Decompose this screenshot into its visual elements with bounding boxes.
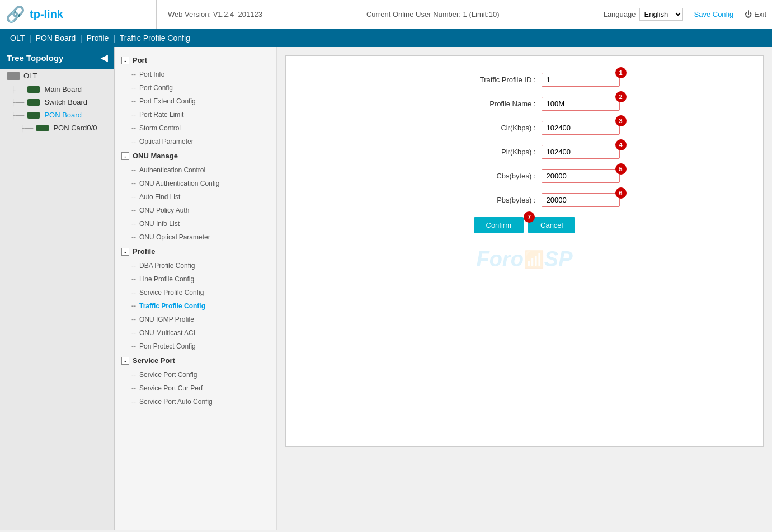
- nav-item-service-port-config[interactable]: -- Service Port Config: [115, 368, 276, 382]
- nav-prefix-onu-optical-parameter: --: [131, 233, 136, 241]
- tree-item-olt[interactable]: OLT: [0, 69, 114, 83]
- nav-item-onu-igmp-profile[interactable]: -- ONU IGMP Profile: [115, 313, 276, 326]
- input-cbs-bytes[interactable]: [542, 169, 620, 183]
- nav-section-profile: - Profile: [115, 244, 276, 259]
- nav-item-line-profile-config[interactable]: -- Line Profile Config: [115, 272, 276, 286]
- main-form-area: Foro 📶 SP Traffic Profile ID : 1 Profile…: [277, 47, 772, 530]
- nav-item-onu-authentication-config[interactable]: -- ONU Authentication Config: [115, 177, 276, 190]
- nav-prefix-dba-profile-config: --: [131, 262, 136, 270]
- field-row-pir-kbps: Pir(Kbps) : 4: [308, 145, 741, 159]
- watermark-text: Foro: [476, 247, 523, 271]
- nav-item-port-rate-limit[interactable]: -- Port Rate Limit: [115, 108, 276, 121]
- breadcrumb-pon-board: PON Board: [36, 34, 76, 43]
- tree-line-pon-board: ├──: [11, 112, 24, 119]
- online-user-count: Current Online User Number: 1 (Limit:10): [274, 10, 592, 18]
- nav-item-authentication-control[interactable]: -- Authentication Control: [115, 163, 276, 177]
- content-area: - Port -- Port Info -- Port Config -- Po…: [115, 47, 772, 530]
- button-row: Confirm 7 Cancel: [308, 217, 741, 233]
- input-wrap-traffic-profile-id: 1: [542, 73, 620, 87]
- tree-line-main-board: ├──: [11, 86, 24, 93]
- input-pbs-bytes[interactable]: [542, 193, 620, 207]
- save-config-button[interactable]: Save Config: [694, 10, 734, 18]
- nav-label-auto-find-list: Auto Find List: [139, 193, 180, 201]
- breadcrumb: OLT | PON Board | Profile | Traffic Prof…: [0, 29, 772, 47]
- onu-manage-section-toggle[interactable]: -: [121, 152, 129, 160]
- nav-label-authentication-control: Authentication Control: [139, 166, 205, 174]
- nav-item-storm-control[interactable]: -- Storm Control: [115, 121, 276, 135]
- switch-board-label: Switch Board: [44, 98, 87, 106]
- nav-label-onu-multicast-acl: ONU Multicast ACL: [139, 329, 197, 337]
- port-section-toggle[interactable]: -: [121, 57, 129, 64]
- label-pir-kbps: Pir(Kbps) :: [430, 148, 542, 156]
- nav-item-port-extend-config[interactable]: -- Port Extend Config: [115, 95, 276, 108]
- sidebar-toggle-button[interactable]: ◀: [101, 53, 107, 63]
- nav-prefix-onu-policy-auth: --: [131, 206, 136, 214]
- nav-item-onu-info-list[interactable]: -- ONU Info List: [115, 217, 276, 230]
- nav-item-port-info[interactable]: -- Port Info: [115, 68, 276, 81]
- label-cbs-bytes: Cbs(bytes) :: [430, 172, 542, 180]
- nav-item-onu-multicast-acl[interactable]: -- ONU Multicast ACL: [115, 326, 276, 340]
- nav-label-onu-optical-parameter: ONU Optical Parameter: [139, 233, 210, 241]
- tree-item-pon-card[interactable]: ├── PON Card0/0: [0, 121, 114, 134]
- nav-prefix-storm-control: --: [131, 124, 136, 132]
- nav-prefix-service-profile-config: --: [131, 289, 136, 296]
- onu-manage-section-label: ONU Manage: [133, 152, 178, 160]
- nav-item-auto-find-list[interactable]: -- Auto Find List: [115, 190, 276, 204]
- tree-item-pon-board[interactable]: ├── PON Board: [0, 109, 114, 121]
- logo-area: 🔗 tp-link: [6, 0, 157, 29]
- field-row-cbs-bytes: Cbs(bytes) : 5: [308, 169, 741, 183]
- switch-board-icon: [27, 99, 40, 106]
- input-pir-kbps[interactable]: [542, 145, 620, 159]
- nav-item-onu-policy-auth[interactable]: -- ONU Policy Auth: [115, 204, 276, 217]
- cancel-button[interactable]: Cancel: [528, 217, 575, 233]
- nav-item-dba-profile-config[interactable]: -- DBA Profile Config: [115, 259, 276, 272]
- nav-prefix-line-profile-config: --: [131, 275, 136, 283]
- input-cir-kbps[interactable]: [542, 121, 620, 135]
- service-port-section-toggle[interactable]: -: [121, 357, 129, 365]
- nav-label-onu-igmp-profile: ONU IGMP Profile: [139, 316, 194, 323]
- input-wrap-cbs-bytes: 5: [542, 169, 620, 183]
- input-wrap-cir-kbps: 3: [542, 121, 620, 135]
- nav-item-service-profile-config[interactable]: -- Service Profile Config: [115, 286, 276, 299]
- breadcrumb-sep2: |: [78, 34, 84, 43]
- olt-label: OLT: [23, 72, 37, 80]
- nav-item-port-config[interactable]: -- Port Config: [115, 81, 276, 95]
- web-version: Web Version: V1.2.4_201123: [168, 10, 262, 18]
- nav-label-pon-protect-config: Pon Protect Config: [139, 342, 196, 350]
- nav-label-port-info: Port Info: [139, 70, 164, 78]
- nav-label-onu-authentication-config: ONU Authentication Config: [139, 180, 219, 187]
- nav-item-traffic-profile-config[interactable]: -- Traffic Profile Config: [115, 299, 276, 313]
- port-section-label: Port: [133, 56, 147, 64]
- nav-item-optical-parameter[interactable]: -- Optical Parameter: [115, 135, 276, 148]
- left-nav: - Port -- Port Info -- Port Config -- Po…: [115, 47, 277, 530]
- confirm-button[interactable]: Confirm: [474, 217, 524, 233]
- language-area: Language English Chinese: [604, 8, 683, 21]
- label-cir-kbps: Cir(Kbps) :: [430, 124, 542, 132]
- language-select[interactable]: English Chinese: [639, 8, 683, 21]
- badge-5: 5: [615, 163, 627, 175]
- nav-prefix-port-config: --: [131, 84, 136, 92]
- nav-item-onu-optical-parameter[interactable]: -- ONU Optical Parameter: [115, 230, 276, 244]
- input-wrap-pbs-bytes: 6: [542, 193, 620, 207]
- badge-1: 1: [615, 67, 627, 78]
- watermark-sp-text: SP: [544, 247, 573, 271]
- input-profile-name[interactable]: [542, 97, 620, 111]
- input-traffic-profile-id[interactable]: [542, 73, 620, 87]
- tree-item-main-board[interactable]: ├── Main Board: [0, 83, 114, 96]
- profile-section-toggle[interactable]: -: [121, 248, 129, 256]
- tree-item-switch-board[interactable]: ├── Switch Board: [0, 96, 114, 109]
- nav-item-service-port-cur-perf[interactable]: -- Service Port Cur Perf: [115, 382, 276, 395]
- nav-label-dba-profile-config: DBA Profile Config: [139, 262, 195, 270]
- nav-label-onu-info-list: ONU Info List: [139, 220, 180, 228]
- form-card: Foro 📶 SP Traffic Profile ID : 1 Profile…: [285, 55, 764, 447]
- nav-label-port-config: Port Config: [139, 84, 173, 92]
- input-wrap-profile-name: 2: [542, 97, 620, 111]
- breadcrumb-sep3: |: [111, 34, 117, 43]
- nav-label-service-port-cur-perf: Service Port Cur Perf: [139, 384, 203, 392]
- nav-item-service-port-auto-config[interactable]: -- Service Port Auto Config: [115, 395, 276, 408]
- nav-label-service-port-auto-config: Service Port Auto Config: [139, 398, 213, 406]
- exit-button[interactable]: ⏻ Exit: [745, 10, 766, 18]
- nav-item-pon-protect-config[interactable]: -- Pon Protect Config: [115, 340, 276, 353]
- pon-card-label: PON Card0/0: [53, 124, 97, 132]
- badge-4: 4: [615, 139, 627, 150]
